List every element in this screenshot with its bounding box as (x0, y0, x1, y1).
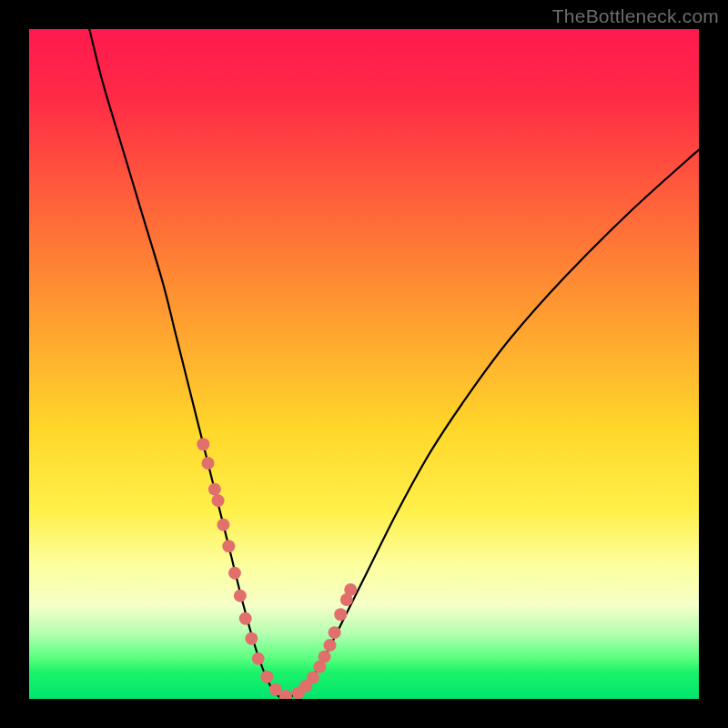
plot-area (29, 29, 699, 699)
curve-marker (202, 457, 215, 470)
curve-marker-group (197, 438, 357, 699)
curve-marker (245, 632, 258, 645)
curve-marker (222, 540, 235, 552)
curve-marker (212, 494, 225, 507)
curve-marker (234, 590, 247, 602)
chart-stage: TheBottleneck.com (0, 0, 728, 728)
curve-marker (334, 608, 347, 621)
curve-marker (252, 652, 265, 665)
curve-marker (329, 626, 341, 639)
curve-marker (318, 651, 331, 663)
curve-marker (197, 438, 209, 450)
curve-marker (217, 519, 229, 531)
curve-marker (323, 639, 336, 652)
chart-svg (29, 29, 699, 699)
curve-marker (260, 671, 273, 683)
watermark-text: TheBottleneck.com (552, 5, 719, 27)
bottleneck-curve (89, 29, 699, 699)
curve-marker (307, 671, 319, 683)
curve-marker (228, 567, 241, 580)
curve-marker (208, 483, 221, 496)
curve-marker (344, 583, 357, 596)
curve-marker (239, 612, 252, 625)
